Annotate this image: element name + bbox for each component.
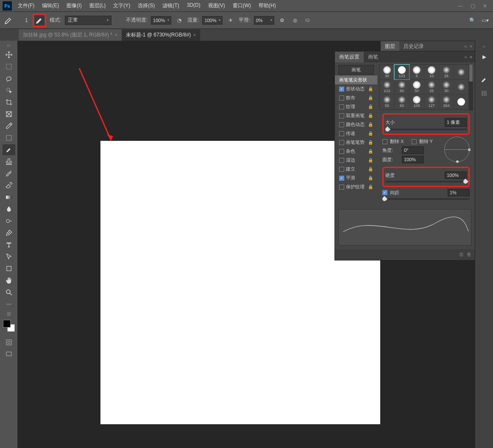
checkbox[interactable]: [339, 113, 344, 118]
lock-icon[interactable]: 🔒: [368, 95, 373, 100]
scrollbar[interactable]: [469, 64, 473, 111]
lock-icon[interactable]: 🔒: [368, 176, 373, 180]
opacity-input[interactable]: 100%▾: [151, 16, 171, 25]
expand-icon[interactable]: ››: [3, 42, 15, 48]
brush-preset-grid[interactable]: 3012381025112605025305060100127284: [379, 64, 473, 110]
brush-tip-shape[interactable]: 画笔笔尖形状: [335, 76, 377, 84]
symmetry-target-icon[interactable]: ◎: [290, 16, 300, 25]
brush-option-1[interactable]: 散布🔒: [335, 93, 377, 102]
hardness-slider[interactable]: [385, 181, 467, 182]
more-tools[interactable]: ⋯: [3, 299, 15, 310]
preview-toggle-icon[interactable]: 👁⃠: [460, 252, 463, 258]
tab-history[interactable]: 历史记录: [399, 41, 428, 52]
brush-preset-6[interactable]: 112: [380, 80, 394, 94]
mode-select[interactable]: 正常▾: [65, 16, 111, 25]
brush-preset-5[interactable]: [454, 65, 468, 79]
tab-brushes[interactable]: 画笔: [364, 52, 382, 62]
menu-layer[interactable]: 图层(L): [86, 0, 109, 11]
healing-tool[interactable]: [3, 132, 15, 143]
brushes-icon[interactable]: [478, 88, 490, 99]
brush-option-6[interactable]: 画笔笔势🔒: [335, 138, 377, 147]
menu-icon[interactable]: ≡: [470, 55, 472, 59]
brush-option-7[interactable]: 杂色🔒: [335, 147, 377, 156]
brush-preset-15[interactable]: 127: [424, 95, 439, 109]
tab-brush-settings[interactable]: 画笔设置: [335, 52, 364, 62]
menu-window[interactable]: 窗口(W): [229, 0, 254, 11]
brush-tool[interactable]: [3, 144, 15, 155]
menu-file[interactable]: 文件(F): [14, 0, 38, 11]
angle-input[interactable]: 0°: [402, 146, 424, 154]
spacing-input[interactable]: 1%: [448, 189, 470, 196]
brush-preset-2[interactable]: 8: [409, 65, 424, 79]
brush-option-11[interactable]: 保护纹理🔒: [335, 182, 377, 191]
close-icon[interactable]: ×: [470, 44, 472, 49]
blur-tool[interactable]: [3, 204, 15, 215]
pen-tool[interactable]: [3, 227, 15, 238]
lock-icon[interactable]: 🔒: [368, 149, 373, 154]
shape-tool[interactable]: [3, 263, 15, 274]
workspace-icon[interactable]: ▭▾: [480, 16, 490, 25]
spacing-slider[interactable]: [382, 198, 470, 200]
pressure-opacity-icon[interactable]: ◔: [175, 16, 184, 25]
brush-option-0[interactable]: ✓形状动态🔒: [335, 84, 377, 93]
lock-icon[interactable]: 🔒: [368, 131, 373, 136]
eraser-tool[interactable]: [3, 180, 15, 191]
screenmode-tool[interactable]: [3, 349, 15, 360]
flow-input[interactable]: 100%▾: [202, 16, 223, 25]
search-icon[interactable]: 🔍: [468, 16, 477, 25]
brush-option-5[interactable]: 传递🔒: [335, 129, 377, 138]
hardness-input[interactable]: 100%: [445, 171, 467, 179]
brush-preset-8[interactable]: 50: [409, 80, 424, 94]
expand-panel-icon[interactable]: ‹‹: [483, 44, 486, 49]
path-select-tool[interactable]: [3, 251, 15, 262]
tab-layers[interactable]: 图层: [381, 41, 399, 52]
lasso-tool[interactable]: [3, 73, 15, 84]
menu-3d[interactable]: 3D(D): [184, 0, 204, 11]
checkbox[interactable]: [339, 185, 344, 190]
brush-preset-1[interactable]: 123: [395, 65, 409, 79]
checkbox[interactable]: [339, 95, 344, 101]
airbrush-icon[interactable]: ✈: [226, 16, 235, 25]
menu-type[interactable]: 文字(Y): [110, 0, 134, 11]
angle-widget[interactable]: [444, 137, 470, 162]
brush-preset-9[interactable]: 25: [424, 80, 439, 94]
current-tool-icon[interactable]: [3, 15, 14, 25]
gear-icon[interactable]: ⚙: [278, 16, 287, 25]
lock-icon[interactable]: 🔒: [368, 140, 373, 145]
brush-option-8[interactable]: 湿边🔒: [335, 156, 377, 165]
frame-tool[interactable]: [3, 109, 15, 120]
dodge-tool[interactable]: [3, 216, 15, 227]
symmetry-icon[interactable]: ᜊ: [303, 16, 312, 25]
checkbox[interactable]: [339, 158, 344, 163]
brush-option-4[interactable]: 颜色动态🔒: [335, 120, 377, 129]
expand-icon[interactable]: ››: [464, 55, 467, 59]
menu-filter[interactable]: 滤镜(T): [159, 0, 182, 11]
quick-select-tool[interactable]: [3, 85, 15, 96]
stamp-tool[interactable]: [3, 156, 15, 167]
brush-preset-picker[interactable]: [34, 15, 45, 25]
menu-select[interactable]: 选择(S): [134, 0, 158, 11]
checkbox[interactable]: ✓: [339, 176, 344, 181]
checkbox[interactable]: [339, 140, 344, 145]
minimize-icon[interactable]: ―: [458, 3, 463, 9]
move-tool[interactable]: [3, 49, 15, 60]
brush-option-10[interactable]: ✓平滑🔒: [335, 174, 377, 182]
type-tool[interactable]: [3, 239, 15, 250]
menu-view[interactable]: 视图(V): [205, 0, 228, 11]
brush-preset-3[interactable]: 10: [424, 65, 439, 79]
close-icon[interactable]: ×: [193, 33, 196, 37]
brush-preset-11[interactable]: [454, 80, 468, 94]
brush-preset-17[interactable]: [454, 95, 468, 109]
brush-option-3[interactable]: 双重画笔🔒: [335, 111, 377, 120]
lock-icon[interactable]: 🔒: [368, 158, 373, 162]
menu-image[interactable]: 图像(I): [63, 0, 85, 11]
marquee-tool[interactable]: [3, 61, 15, 72]
brush-preset-14[interactable]: 100: [409, 95, 424, 109]
checkbox[interactable]: [339, 131, 344, 136]
close-icon[interactable]: ✕: [483, 3, 487, 9]
lock-icon[interactable]: 🔒: [368, 104, 373, 109]
brush-preset-10[interactable]: 30: [439, 80, 454, 94]
smooth-input[interactable]: 0%▾: [254, 16, 274, 25]
checkbox[interactable]: ✓: [339, 87, 344, 92]
lock-icon[interactable]: 🔒: [368, 167, 373, 171]
